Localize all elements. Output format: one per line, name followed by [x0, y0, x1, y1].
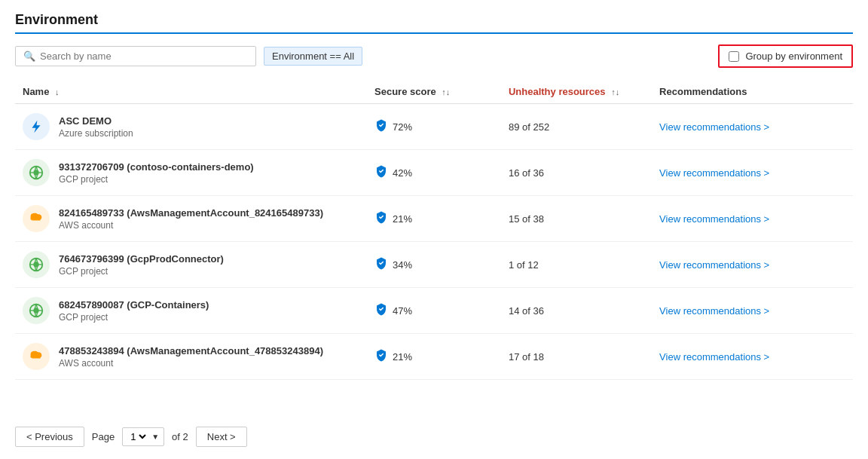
group-by-environment-label: Group by environment [745, 50, 842, 62]
col-header-recommendations: Recommendations [652, 80, 853, 104]
environments-table: Name ↓ Secure score ↑↓ Unhealthy resourc… [15, 80, 853, 380]
view-recommendations-link-4[interactable]: View recommendations > [659, 305, 769, 317]
pagination-bar: < Previous Page 12 ▼ of 2 Next > [15, 427, 853, 447]
group-by-environment-control[interactable]: Group by environment [718, 44, 853, 68]
view-recommendations-link-5[interactable]: View recommendations > [659, 351, 769, 363]
score-value-3: 34% [393, 259, 412, 271]
resource-type-4: GCP project [59, 312, 209, 323]
page-select[interactable]: 12 [127, 430, 148, 443]
table-scroll-area: Name ↓ Secure score ↑↓ Unhealthy resourc… [15, 80, 853, 418]
unhealthy-value-5: 17 of 18 [509, 351, 544, 363]
cell-unhealthy-2: 15 of 38 [501, 196, 652, 242]
cell-name-4: 682457890087 (GCP-Containers) GCP projec… [15, 288, 367, 334]
col-header-secure-score[interactable]: Secure score ↑↓ [367, 80, 501, 104]
resource-name-1: 931372706709 (contoso-containers-demo) [59, 161, 254, 173]
resource-type-0: Azure subscription [59, 128, 133, 139]
table-row: 931372706709 (contoso-containers-demo) G… [15, 150, 853, 196]
resource-type-1: GCP project [59, 174, 254, 185]
resource-type-5: AWS account [59, 358, 323, 369]
unhealthy-sort-icon[interactable]: ↑↓ [611, 87, 619, 96]
cell-score-5: 21% [367, 334, 501, 380]
resource-icon-3 [23, 251, 50, 278]
search-box: 🔍 [15, 46, 256, 66]
filter-tag-label: Environment == All [272, 50, 354, 62]
view-recommendations-link-0[interactable]: View recommendations > [659, 121, 769, 133]
resource-name-5: 478853243894 (AwsManagementAccount_47885… [59, 345, 323, 356]
score-value-4: 47% [393, 305, 412, 317]
unhealthy-value-4: 14 of 36 [509, 305, 544, 317]
cell-name-2: 824165489733 (AwsManagementAccount_82416… [15, 196, 367, 242]
shield-icon-2 [374, 210, 388, 227]
cell-recommendations-4: View recommendations > [652, 288, 853, 334]
resource-name-2: 824165489733 (AwsManagementAccount_82416… [59, 207, 323, 219]
view-recommendations-link-2[interactable]: View recommendations > [659, 213, 769, 225]
cell-recommendations-3: View recommendations > [652, 242, 853, 288]
shield-icon-1 [374, 164, 388, 181]
previous-button[interactable]: < Previous [15, 427, 84, 447]
resource-icon-5 [23, 343, 50, 370]
cell-recommendations-0: View recommendations > [652, 104, 853, 150]
resource-name-3: 764673796399 (GcpProdConnector) [59, 253, 224, 265]
resource-name-0: ASC DEMO [59, 115, 133, 127]
cell-score-4: 47% [367, 288, 501, 334]
shield-icon-4 [374, 302, 388, 319]
cell-unhealthy-4: 14 of 36 [501, 288, 652, 334]
cell-unhealthy-1: 16 of 36 [501, 150, 652, 196]
score-value-0: 72% [393, 121, 412, 133]
cell-recommendations-1: View recommendations > [652, 150, 853, 196]
resource-name-4: 682457890087 (GCP-Containers) [59, 299, 209, 311]
of-total-pages: of 2 [172, 431, 188, 442]
search-input[interactable] [40, 50, 248, 62]
resource-type-2: AWS account [59, 220, 323, 231]
group-by-environment-checkbox[interactable] [729, 51, 739, 62]
cell-score-0: 72% [367, 104, 501, 150]
resource-icon-1 [23, 159, 50, 186]
page-title: Environment [15, 12, 853, 34]
table-row: ASC DEMO Azure subscription 72% [15, 104, 853, 150]
score-value-5: 21% [393, 351, 412, 363]
cell-unhealthy-3: 1 of 12 [501, 242, 652, 288]
cell-name-0: ASC DEMO Azure subscription [15, 104, 367, 150]
table-row: 478853243894 (AwsManagementAccount_47885… [15, 334, 853, 380]
name-sort-icon[interactable]: ↓ [55, 87, 60, 96]
score-value-2: 21% [393, 213, 412, 225]
cell-recommendations-2: View recommendations > [652, 196, 853, 242]
table-row: 824165489733 (AwsManagementAccount_82416… [15, 196, 853, 242]
table-row: 682457890087 (GCP-Containers) GCP projec… [15, 288, 853, 334]
unhealthy-value-3: 1 of 12 [509, 259, 539, 271]
resource-type-3: GCP project [59, 266, 224, 277]
unhealthy-value-0: 89 of 252 [509, 121, 549, 133]
cell-recommendations-5: View recommendations > [652, 334, 853, 380]
shield-icon-0 [374, 118, 388, 135]
unhealthy-value-2: 15 of 38 [509, 213, 544, 225]
cell-name-1: 931372706709 (contoso-containers-demo) G… [15, 150, 367, 196]
cell-name-3: 764673796399 (GcpProdConnector) GCP proj… [15, 242, 367, 288]
search-icon: 🔍 [23, 50, 35, 62]
view-recommendations-link-3[interactable]: View recommendations > [659, 259, 769, 271]
next-button[interactable]: Next > [196, 427, 247, 447]
score-value-1: 42% [393, 167, 412, 179]
resource-icon-4 [23, 297, 50, 324]
unhealthy-value-1: 16 of 36 [509, 167, 544, 179]
environment-filter-tag[interactable]: Environment == All [264, 47, 362, 66]
cell-unhealthy-0: 89 of 252 [501, 104, 652, 150]
table-row: 764673796399 (GcpProdConnector) GCP proj… [15, 242, 853, 288]
cell-name-5: 478853243894 (AwsManagementAccount_47885… [15, 334, 367, 380]
col-header-name[interactable]: Name ↓ [15, 80, 367, 104]
secure-score-sort-icon[interactable]: ↑↓ [442, 87, 450, 96]
shield-icon-5 [374, 348, 388, 365]
cell-unhealthy-5: 17 of 18 [501, 334, 652, 380]
resource-icon-2 [23, 205, 50, 232]
page-select-wrap: 12 ▼ [122, 427, 164, 446]
page-label: Page [92, 431, 115, 442]
shield-icon-3 [374, 256, 388, 273]
view-recommendations-link-1[interactable]: View recommendations > [659, 167, 769, 179]
cell-score-3: 34% [367, 242, 501, 288]
chevron-down-icon: ▼ [151, 433, 159, 441]
cell-score-2: 21% [367, 196, 501, 242]
resource-icon-0 [23, 113, 50, 140]
col-header-unhealthy[interactable]: Unhealthy resources ↑↓ [501, 80, 652, 104]
cell-score-1: 42% [367, 150, 501, 196]
